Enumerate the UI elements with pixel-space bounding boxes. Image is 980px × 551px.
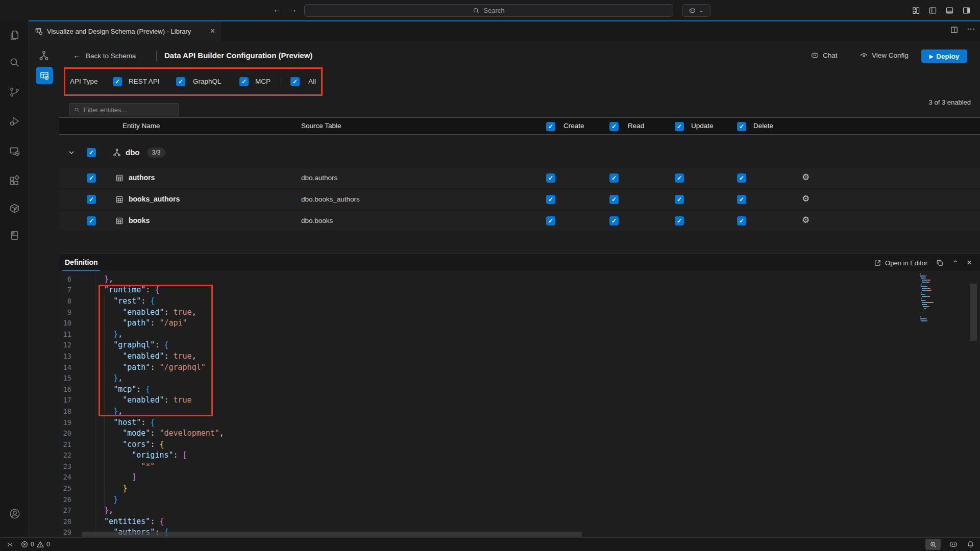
- remote-explorer-icon[interactable]: [9, 145, 20, 157]
- customize-layout-icon[interactable]: [912, 6, 920, 15]
- entity-settings-gear-icon[interactable]: ⚙: [802, 216, 810, 224]
- definition-code-editor[interactable]: 6 },7 "runtime": {8 "rest": {9 "enabled"…: [59, 271, 980, 537]
- entity-source: dbo.books_authors: [301, 195, 360, 203]
- entity-settings-gear-icon[interactable]: ⚙: [802, 194, 810, 203]
- op-checkbox-read-books[interactable]: ✓: [609, 216, 619, 226]
- op-checkbox-update-books[interactable]: ✓: [675, 216, 684, 226]
- line-number: 16: [59, 385, 83, 393]
- collapse-panel-chevron-icon[interactable]: ⌃: [952, 259, 958, 267]
- copilot-status-icon[interactable]: [949, 540, 958, 549]
- container-tools-icon[interactable]: [9, 203, 20, 214]
- entity-settings-gear-icon[interactable]: ⚙: [802, 173, 810, 182]
- editor-vertical-scrollbar[interactable]: [970, 284, 977, 341]
- code-line-20: 20 "mode": "development",: [59, 428, 980, 439]
- nav-forward-icon[interactable]: →: [287, 5, 299, 15]
- dab-config-rail-button[interactable]: [36, 67, 53, 84]
- op-checkbox-update-books-authors[interactable]: ✓: [675, 195, 684, 204]
- source-control-icon[interactable]: [9, 86, 20, 98]
- copilot-icon: [689, 7, 696, 14]
- tab-visualize-design-schema[interactable]: Visualize and Design Schema (Preview) - …: [29, 21, 222, 41]
- split-editor-icon[interactable]: [950, 26, 959, 34]
- back-arrow-icon: ←: [73, 51, 81, 60]
- entity-checkbox-books-authors[interactable]: ✓: [87, 195, 96, 204]
- api-type-checkbox-rest-api[interactable]: ✓: [113, 77, 122, 86]
- accounts-icon[interactable]: [9, 508, 21, 520]
- op-header-label-update: Update: [691, 122, 714, 130]
- deploy-button[interactable]: ▶ Deploy: [921, 49, 967, 63]
- copilot-menu-button[interactable]: ⌄: [682, 4, 710, 17]
- notifications-bell-icon[interactable]: [966, 540, 975, 549]
- op-header-checkbox-update[interactable]: ✓: [675, 122, 684, 131]
- op-checkbox-create-books-authors[interactable]: ✓: [546, 195, 555, 204]
- toggle-secondary-sidebar-icon[interactable]: [962, 6, 971, 15]
- search-command-center[interactable]: Search: [304, 4, 673, 17]
- back-to-schema-button[interactable]: ← Back to Schema: [73, 51, 136, 60]
- nav-back-icon[interactable]: ←: [272, 5, 283, 15]
- op-checkbox-delete-books[interactable]: ✓: [737, 216, 746, 226]
- op-checkbox-delete-books-authors[interactable]: ✓: [737, 195, 746, 204]
- op-checkbox-create-authors[interactable]: ✓: [546, 173, 555, 183]
- editor-horizontal-scrollbar[interactable]: [82, 532, 582, 537]
- line-number: 22: [59, 451, 83, 459]
- op-checkbox-read-books-authors[interactable]: ✓: [609, 195, 619, 204]
- op-checkbox-update-authors[interactable]: ✓: [675, 173, 684, 183]
- line-number: 17: [59, 396, 83, 404]
- code-line-15: 15 },: [59, 372, 980, 384]
- op-header-checkbox-create[interactable]: ✓: [546, 122, 555, 131]
- errors-count: 0: [31, 541, 34, 548]
- op-checkbox-create-books[interactable]: ✓: [546, 216, 555, 226]
- extensions-icon[interactable]: [9, 175, 20, 187]
- remote-indicator-icon[interactable]: [6, 541, 14, 548]
- copy-icon[interactable]: [936, 259, 944, 267]
- line-content: },: [83, 330, 122, 339]
- group-checkbox[interactable]: ✓: [87, 148, 96, 157]
- database-projects-icon[interactable]: [9, 230, 20, 241]
- table-gear-icon: [39, 70, 50, 81]
- zoom-status-button[interactable]: [925, 539, 941, 550]
- chat-button[interactable]: Chat: [811, 51, 838, 60]
- line-number: 20: [59, 429, 83, 437]
- toggle-panel-icon[interactable]: [945, 6, 954, 15]
- code-line-8: 8 "rest": {: [59, 295, 980, 307]
- filter-entities-box[interactable]: [69, 103, 179, 116]
- chevron-down-icon: ⌄: [699, 7, 703, 14]
- api-type-option-label-rest-api: REST API: [129, 78, 160, 85]
- line-number: 9: [59, 308, 83, 316]
- schema-visualizer-icon[interactable]: [38, 50, 50, 61]
- line-content: "mcp": {: [83, 385, 150, 394]
- group-collapse-chevron-icon[interactable]: [67, 148, 76, 157]
- entity-checkbox-authors[interactable]: ✓: [87, 173, 96, 183]
- code-lines: 6 },7 "runtime": {8 "rest": {9 "enabled"…: [59, 273, 980, 537]
- problems-status[interactable]: 0 0: [21, 541, 50, 548]
- entity-table-header: Entity Name Source Table ✓Create✓Read✓Up…: [59, 117, 980, 135]
- definition-tab-label[interactable]: Definition: [65, 258, 98, 266]
- api-type-checkbox-all[interactable]: ✓: [290, 77, 300, 86]
- more-actions-icon[interactable]: ⋯: [967, 26, 975, 34]
- close-panel-icon[interactable]: ×: [967, 258, 972, 268]
- line-content: "entities": {: [83, 517, 164, 526]
- back-to-schema-label: Back to Schema: [86, 52, 136, 60]
- run-debug-icon[interactable]: [9, 115, 20, 127]
- explorer-icon[interactable]: [9, 29, 20, 41]
- toggle-sidebar-icon[interactable]: [928, 6, 937, 15]
- open-in-editor-button[interactable]: Open in Editor: [874, 259, 927, 267]
- api-type-checkbox-graphql[interactable]: ✓: [176, 77, 185, 86]
- op-checkbox-read-authors[interactable]: ✓: [609, 173, 619, 183]
- op-checkbox-delete-authors[interactable]: ✓: [737, 173, 746, 183]
- tab-close-icon[interactable]: ×: [209, 27, 216, 36]
- op-header-checkbox-read[interactable]: ✓: [609, 122, 619, 131]
- line-number: 28: [59, 517, 83, 525]
- view-config-button[interactable]: View Config: [860, 51, 909, 60]
- filter-entities-input[interactable]: [84, 106, 174, 114]
- definition-panel-header: Definition Open in Editor ⌃ ×: [59, 254, 980, 271]
- minimap[interactable]: [919, 273, 942, 322]
- line-number: 26: [59, 495, 83, 504]
- op-header-checkbox-delete[interactable]: ✓: [737, 122, 746, 131]
- line-number: 21: [59, 440, 83, 448]
- api-type-checkbox-mcp[interactable]: ✓: [239, 77, 249, 86]
- line-number: 18: [59, 407, 83, 415]
- search-view-icon[interactable]: [9, 57, 20, 68]
- line-number: 24: [59, 473, 83, 481]
- op-header-label-delete: Delete: [753, 122, 773, 130]
- entity-checkbox-books[interactable]: ✓: [87, 216, 96, 226]
